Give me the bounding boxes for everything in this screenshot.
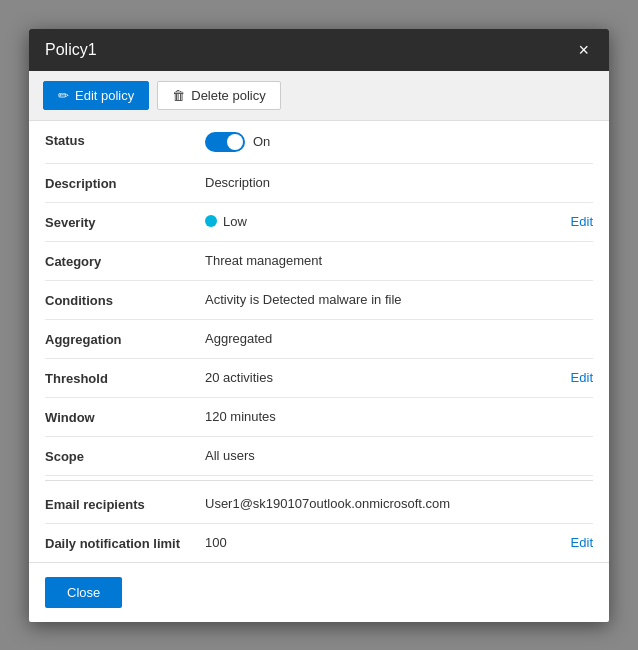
row-daily-limit: Daily notification limit 100 Edit [45,524,593,562]
aggregation-label: Aggregation [45,331,205,347]
row-threshold: Threshold 20 activities Edit [45,359,593,398]
close-icon[interactable]: × [574,41,593,59]
severity-dot [205,215,217,227]
delete-policy-label: Delete policy [191,88,265,103]
row-conditions: Conditions Activity is Detected malware … [45,281,593,320]
status-toggle[interactable]: On [205,132,270,152]
status-value: On [253,134,270,149]
window-label: Window [45,409,205,425]
row-scope: Scope All users [45,437,593,476]
category-label: Category [45,253,205,269]
row-window: Window 120 minutes [45,398,593,437]
edit-icon: ✏ [58,88,69,103]
scope-label: Scope [45,448,205,464]
title-bar: Policy1 × [29,29,609,71]
daily-limit-label: Daily notification limit [45,535,205,551]
email-recipients-value: User1@sk190107outlook.onmicrosoft.com [205,496,593,511]
row-description: Description Description [45,164,593,203]
footer: Close [29,562,609,622]
content-area: Status On Description Desc [29,121,609,562]
description-value: Description [205,175,593,190]
threshold-label: Threshold [45,370,205,386]
delete-policy-button[interactable]: 🗑 Delete policy [157,81,280,110]
daily-limit-value: 100 [205,535,551,550]
window-value: 120 minutes [205,409,593,424]
edit-policy-button[interactable]: ✏ Edit policy [43,81,149,110]
section-divider [45,480,593,481]
row-aggregation: Aggregation Aggregated [45,320,593,359]
severity-container: Low [205,214,551,229]
dialog-title: Policy1 [45,41,97,59]
delete-icon: 🗑 [172,88,185,103]
scope-value: All users [205,448,593,463]
conditions-label: Conditions [45,292,205,308]
close-button[interactable]: Close [45,577,122,608]
status-label: Status [45,132,205,148]
email-recipients-label: Email recipients [45,496,205,512]
description-label: Description [45,175,205,191]
severity-label: Severity [45,214,205,230]
aggregation-value: Aggregated [205,331,593,346]
row-email-recipients: Email recipients User1@sk190107outlook.o… [45,485,593,524]
threshold-value: 20 activities [205,370,551,385]
daily-limit-edit-link[interactable]: Edit [551,535,593,550]
severity-edit-link[interactable]: Edit [551,214,593,229]
threshold-edit-link[interactable]: Edit [551,370,593,385]
conditions-value: Activity is Detected malware in file [205,292,593,307]
edit-policy-label: Edit policy [75,88,134,103]
row-status: Status On [45,121,593,164]
category-value: Threat management [205,253,593,268]
row-category: Category Threat management [45,242,593,281]
toolbar: ✏ Edit policy 🗑 Delete policy [29,71,609,121]
severity-value: Low [223,214,551,229]
row-severity: Severity Low Edit [45,203,593,242]
